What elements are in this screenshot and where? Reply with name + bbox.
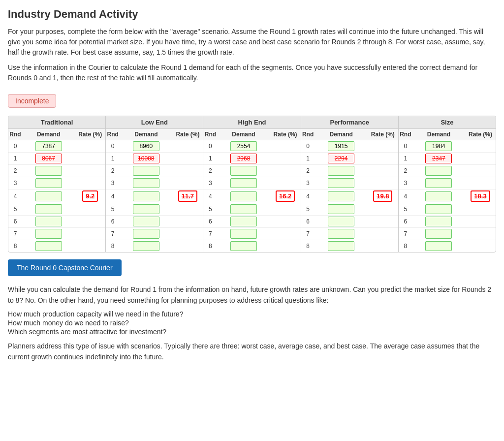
demand-cell[interactable] [412,154,465,163]
demand-input[interactable] [425,191,452,201]
demand-cell[interactable] [315,191,368,201]
demand-cell[interactable] [22,166,75,176]
demand-input[interactable] [328,178,354,188]
demand-cell[interactable] [412,141,465,151]
demand-cell[interactable] [120,191,172,201]
demand-input[interactable] [35,166,62,176]
demand-cell[interactable] [217,141,270,151]
demand-input[interactable] [35,178,62,188]
table-row: 1 [399,153,496,165]
demand-cell[interactable] [120,229,172,239]
demand-cell[interactable] [217,191,270,201]
demand-cell[interactable] [22,229,75,239]
demand-input[interactable] [425,241,452,251]
demand-cell[interactable] [22,178,75,188]
demand-input[interactable] [328,166,354,176]
rnd-cell: 1 [8,155,22,162]
demand-cell[interactable] [315,241,368,251]
demand-input[interactable] [133,217,159,226]
demand-input[interactable] [35,229,62,239]
demand-cell[interactable] [315,154,368,163]
demand-cell[interactable] [120,204,172,214]
demand-cell[interactable] [120,241,172,251]
demand-input[interactable] [35,191,62,201]
demand-input[interactable] [328,217,354,226]
demand-cell[interactable] [412,241,465,251]
rnd-cell: 5 [399,206,412,213]
demand-input[interactable] [230,217,257,226]
demand-input[interactable] [35,154,62,163]
demand-input[interactable] [328,204,354,214]
table-row: 6 [301,216,398,228]
demand-input[interactable] [230,229,257,239]
rnd-cell: 7 [8,230,22,237]
demand-input[interactable] [425,217,452,226]
demand-input[interactable] [35,241,62,251]
demand-cell[interactable] [120,141,172,151]
demand-cell[interactable] [412,217,465,226]
demand-cell[interactable] [120,166,172,176]
demand-input[interactable] [35,204,62,214]
demand-cell[interactable] [22,191,75,201]
demand-cell[interactable] [120,154,172,163]
demand-input[interactable] [328,229,354,239]
demand-cell[interactable] [22,141,75,151]
segment-table-low-end: Low End Rnd Demand Rate (%) 0123411.7567… [106,116,203,252]
demand-input[interactable] [230,141,257,151]
demand-cell[interactable] [217,229,270,239]
demand-input[interactable] [35,217,62,226]
demand-input[interactable] [230,166,257,176]
demand-cell[interactable] [315,229,368,239]
demand-input[interactable] [328,241,354,251]
demand-input[interactable] [230,241,257,251]
demand-cell[interactable] [412,178,465,188]
demand-input[interactable] [133,154,159,163]
demand-cell[interactable] [120,178,172,188]
demand-cell[interactable] [217,241,270,251]
demand-input[interactable] [133,178,159,188]
demand-cell[interactable] [315,217,368,226]
demand-cell[interactable] [22,204,75,214]
demand-input[interactable] [133,166,159,176]
demand-cell[interactable] [315,204,368,214]
demand-input[interactable] [425,178,452,188]
demand-input[interactable] [230,204,257,214]
demand-input[interactable] [425,141,452,151]
demand-cell[interactable] [315,178,368,188]
intro-paragraph-2: Use the information in the Courier to ca… [8,63,496,83]
demand-cell[interactable] [412,191,465,201]
demand-cell[interactable] [412,204,465,214]
demand-cell[interactable] [315,141,368,151]
demand-cell[interactable] [22,217,75,226]
demand-cell[interactable] [412,166,465,176]
demand-input[interactable] [328,191,354,201]
demand-input[interactable] [425,229,452,239]
demand-input[interactable] [328,141,354,151]
demand-input[interactable] [230,154,257,163]
demand-input[interactable] [230,191,257,201]
demand-input[interactable] [328,154,354,163]
demand-input[interactable] [425,204,452,214]
demand-cell[interactable] [217,154,270,163]
demand-cell[interactable] [315,166,368,176]
demand-input[interactable] [133,141,159,151]
demand-cell[interactable] [22,241,75,251]
demand-cell[interactable] [217,217,270,226]
rnd-cell: 4 [106,193,120,200]
demand-input[interactable] [35,141,62,151]
demand-input[interactable] [133,204,159,214]
demand-input[interactable] [425,166,452,176]
demand-input[interactable] [425,154,452,163]
demand-input[interactable] [133,241,159,251]
courier-button[interactable]: The Round 0 Capstone Courier [8,259,122,276]
demand-cell[interactable] [217,204,270,214]
demand-input[interactable] [230,178,257,188]
demand-input[interactable] [133,191,159,201]
demand-cell[interactable] [412,229,465,239]
demand-cell[interactable] [217,166,270,176]
demand-input[interactable] [133,229,159,239]
demand-cell[interactable] [217,178,270,188]
demand-cell[interactable] [22,154,75,163]
demand-cell[interactable] [120,217,172,226]
table-row: 0 [8,140,105,153]
